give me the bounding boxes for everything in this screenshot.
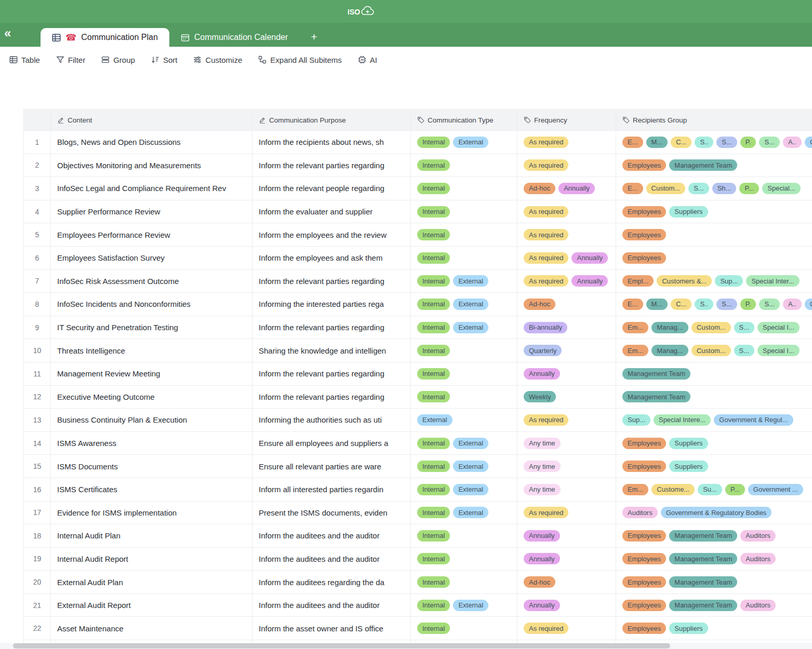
recipient-group-pill[interactable]: Employees — [622, 530, 666, 542]
communication-type-pill[interactable]: Internal — [417, 438, 450, 449]
frequency-pill[interactable]: Bi-annually — [524, 322, 567, 333]
recipients-group-cell[interactable]: EmployeesManagement Team — [616, 154, 812, 177]
recipient-group-pill[interactable]: Sh... — [712, 183, 737, 194]
content-cell[interactable]: Objectives Monitoring and Measurements — [51, 154, 252, 177]
communication-type-pill[interactable]: Internal — [417, 484, 450, 495]
communication-type-pill[interactable]: Internal — [417, 229, 450, 240]
frequency-pill[interactable]: As required — [524, 275, 568, 287]
frequency-cell[interactable]: As required — [517, 409, 616, 431]
communication-type-pill[interactable]: Internal — [417, 159, 450, 171]
row-number-cell[interactable]: 19 — [24, 548, 51, 571]
frequency-cell[interactable]: Ad-hocAnnually — [517, 177, 616, 200]
frequency-cell[interactable]: As required — [517, 154, 616, 177]
recipients-group-cell[interactable]: EmployeesManagement Team — [616, 571, 812, 593]
purpose-cell[interactable]: Inform the employees and ask them — [252, 247, 411, 269]
recipient-group-pill[interactable]: Sup... — [622, 414, 650, 426]
recipient-group-pill[interactable]: Government & Regul... — [714, 414, 793, 426]
communication-type-cell[interactable]: Internal — [411, 247, 517, 269]
content-cell[interactable]: Evidence for ISMS implementation — [51, 502, 252, 524]
communication-type-pill[interactable]: Internal — [417, 553, 450, 564]
recipient-group-pill[interactable]: Management Team — [669, 600, 737, 611]
frequency-pill[interactable]: Weekly — [524, 391, 556, 402]
content-cell[interactable]: Business Continuity Plan & Execution — [51, 409, 252, 431]
frequency-pill[interactable]: Annually — [571, 252, 608, 264]
recipient-group-pill[interactable]: C... — [671, 137, 691, 148]
frequency-pill[interactable]: Annually — [571, 275, 608, 287]
frequency-pill[interactable]: Quarterly — [524, 345, 562, 356]
recipient-group-pill[interactable]: Em... — [622, 322, 648, 333]
content-cell[interactable]: Blogs, News and Open Discussions — [51, 131, 252, 154]
communication-type-pill[interactable]: Internal — [417, 507, 450, 518]
frequency-pill[interactable]: As required — [524, 414, 568, 426]
recipient-group-pill[interactable]: Employees — [622, 461, 666, 472]
communication-type-pill[interactable]: External — [453, 322, 488, 333]
frequency-pill[interactable]: Any time — [524, 484, 561, 495]
recipient-group-pill[interactable]: Manag... — [651, 345, 688, 356]
content-cell[interactable]: InfoSec Legal and Compliance Requirement… — [51, 177, 252, 200]
recipient-group-pill[interactable]: Suppliers — [669, 623, 708, 634]
communication-type-pill[interactable]: Internal — [417, 345, 450, 356]
content-cell[interactable]: Asset Maintenance — [51, 617, 252, 640]
frequency-cell[interactable]: Bi-annually — [517, 316, 616, 339]
row-number-cell[interactable]: 21 — [24, 594, 51, 617]
content-cell[interactable]: Internal Audit Report — [51, 548, 252, 571]
recipients-group-cell[interactable]: Em...Manag...Custom...S...Special I... — [616, 316, 812, 339]
recipient-group-pill[interactable]: S... — [716, 299, 737, 310]
purpose-cell[interactable]: Inform the auditees and the auditor — [252, 524, 411, 547]
communication-type-pill[interactable]: External — [453, 461, 488, 472]
recipients-group-cell[interactable]: E...Custom...S...Sh...P...Special... — [616, 177, 812, 200]
frequency-cell[interactable]: As requiredAnnually — [517, 247, 616, 269]
content-cell[interactable]: Management Review Meeting — [51, 362, 252, 385]
communication-type-pill[interactable]: Internal — [417, 322, 450, 333]
frequency-pill[interactable]: Annually — [524, 368, 560, 380]
toolbar-sort-button[interactable]: Sort — [151, 56, 178, 64]
tab-communication-calender[interactable]: Communication Calender — [169, 28, 300, 47]
frequency-cell[interactable]: As requiredAnnually — [517, 270, 616, 293]
frequency-pill[interactable]: Annually — [558, 183, 595, 194]
recipient-group-pill[interactable]: Special I... — [757, 345, 800, 356]
frequency-pill[interactable]: As required — [524, 252, 568, 264]
recipient-group-pill[interactable]: Special Intere... — [654, 414, 711, 426]
communication-type-cell[interactable]: InternalExternal — [411, 478, 517, 501]
frequency-cell[interactable]: Any time — [517, 455, 616, 478]
communication-type-pill[interactable]: External — [453, 484, 488, 495]
recipients-group-cell[interactable]: Sup...Special Intere...Government & Regu… — [616, 409, 812, 431]
recipients-group-cell[interactable]: EmployeesSuppliers — [616, 617, 812, 640]
recipient-group-pill[interactable]: Em... — [622, 484, 648, 495]
communication-type-cell[interactable]: InternalExternal — [411, 131, 517, 154]
purpose-cell[interactable]: Inform the relevant parties regarding — [252, 362, 411, 385]
recipient-group-pill[interactable]: P... — [725, 484, 745, 495]
purpose-cell[interactable]: Informing the interested parties rega — [252, 293, 411, 316]
communication-type-cell[interactable]: Internal — [411, 177, 517, 200]
recipient-group-pill[interactable]: P. — [740, 299, 756, 310]
recipient-group-pill[interactable]: Custom... — [691, 345, 731, 356]
recipient-group-pill[interactable]: S... — [759, 299, 780, 310]
communication-type-pill[interactable]: Internal — [417, 252, 450, 264]
content-cell[interactable]: IT Security and Penetration Testing — [51, 316, 252, 339]
communication-type-cell[interactable]: Internal — [411, 200, 517, 223]
communication-type-pill[interactable]: External — [453, 507, 488, 518]
recipient-group-pill[interactable]: Employees — [622, 553, 666, 564]
content-cell[interactable]: Executive Meeting Outcome — [51, 386, 252, 409]
purpose-cell[interactable]: Present the ISMS documents, eviden — [252, 502, 411, 524]
frequency-cell[interactable]: As required — [517, 223, 616, 246]
frequency-pill[interactable]: As required — [524, 507, 568, 518]
content-cell[interactable]: ISMS Documents — [51, 455, 252, 478]
frequency-pill[interactable]: Ad-hoc — [524, 183, 555, 194]
recipient-group-pill[interactable]: Management Team — [622, 368, 690, 380]
recipients-group-cell[interactable]: AuditorsGovernment & Regulatory Bodies — [616, 502, 812, 524]
row-number-cell[interactable]: 11 — [24, 362, 51, 385]
purpose-cell[interactable]: Inform the auditees regarding the da — [252, 571, 411, 593]
recipients-group-cell[interactable]: EmployeesSuppliers — [616, 200, 812, 223]
recipient-group-pill[interactable]: Custome... — [651, 484, 695, 495]
recipient-group-pill[interactable]: S.. — [695, 299, 713, 310]
purpose-cell[interactable]: Inform the relevant people regarding — [252, 177, 411, 200]
recipients-group-cell[interactable]: Employees — [616, 223, 812, 246]
frequency-cell[interactable]: As required — [517, 617, 616, 640]
frequency-pill[interactable]: Annually — [524, 530, 560, 542]
communication-type-pill[interactable]: External — [453, 438, 488, 449]
frequency-pill[interactable]: As required — [524, 623, 568, 634]
purpose-cell[interactable]: Inform all interested parties regardin — [252, 478, 411, 501]
purpose-cell[interactable]: Inform the auditees and the auditor — [252, 594, 411, 617]
row-number-cell[interactable]: 16 — [24, 478, 51, 501]
